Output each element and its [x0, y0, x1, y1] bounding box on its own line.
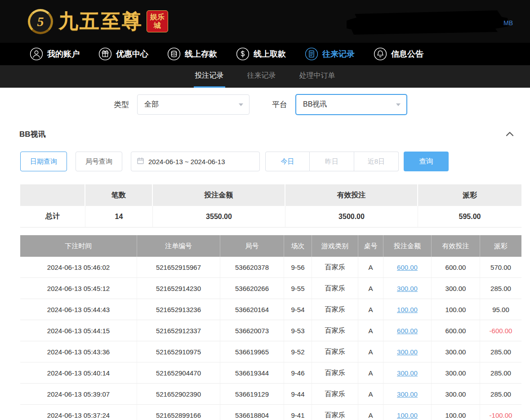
- last8days-button[interactable]: 近8日: [354, 152, 399, 171]
- payout: 285.00: [480, 341, 521, 362]
- bet-amount-link[interactable]: 300.00: [383, 362, 432, 384]
- bet-id: 521652913236: [137, 299, 220, 320]
- table-no: A: [358, 384, 383, 405]
- bet-amount-link[interactable]: 100.00: [383, 299, 432, 320]
- column-header-table-no: 桌号: [358, 235, 383, 257]
- logo[interactable]: 5 九五至尊 娱乐 城: [28, 8, 168, 35]
- payout: 95.00: [480, 299, 521, 320]
- valid-bet: 600.00: [432, 257, 480, 278]
- bet-amount-link[interactable]: 300.00: [383, 278, 432, 299]
- bet-id: 521652914230: [137, 278, 220, 299]
- round-no: 536620378: [220, 257, 284, 278]
- bet-table-body: 2024-06-13 05:46:02521652915967536620378…: [20, 257, 521, 420]
- type-filter-label: 类型: [114, 99, 129, 110]
- bet-amount-link[interactable]: 600.00: [383, 320, 432, 341]
- session: 9-46: [284, 362, 312, 384]
- bet-id: 521652912337: [137, 320, 220, 341]
- bet-id: 521652904470: [137, 362, 220, 384]
- payout: 285.00: [480, 384, 521, 405]
- top-header: 5 九五至尊 娱乐 城 MB: [0, 0, 530, 43]
- round-no: 536619965: [220, 341, 284, 362]
- round-no: 536620266: [220, 278, 284, 299]
- session: 9-54: [284, 299, 312, 320]
- nav-item-records[interactable]: 往来记录: [305, 47, 355, 61]
- query-row: 日期查询 局号查询 2024-06-13 ~ 2024-06-13 今日 昨日 …: [20, 152, 530, 171]
- bet-id: 521652915967: [137, 257, 220, 278]
- nav-item-promotions[interactable]: 优惠中心: [98, 47, 148, 61]
- transfer-records-icon: [305, 47, 318, 61]
- table-row: 2024-06-13 05:44:43521652913236536620164…: [20, 299, 521, 320]
- round-no: 536619344: [220, 362, 284, 384]
- round-query-button[interactable]: 局号查询: [76, 152, 122, 171]
- date-range-value: 2024-06-13 ~ 2024-06-13: [148, 158, 225, 165]
- calendar-icon: [137, 157, 144, 166]
- search-button[interactable]: 查询: [404, 152, 449, 171]
- platform-dropdown[interactable]: BB视讯: [296, 94, 407, 115]
- type-dropdown-value: 全部: [144, 100, 159, 109]
- round-no: 536618804: [220, 405, 284, 420]
- valid-bet: 300.00: [432, 384, 480, 405]
- tab-bet-records[interactable]: 投注记录: [194, 65, 225, 88]
- game-type: 百家乐: [312, 299, 358, 320]
- nav-item-announcements[interactable]: 信息公告: [374, 47, 423, 61]
- valid-bet: 100.00: [432, 405, 480, 420]
- valid-bet: 600.00: [432, 320, 480, 341]
- yesterday-button[interactable]: 昨日: [310, 152, 354, 171]
- session: 9-53: [284, 320, 312, 341]
- deposit-icon: [167, 47, 181, 61]
- summary-table: 笔数 投注金额 有效投注 派彩 总计 14 3550.00 3500.00 59…: [20, 184, 521, 228]
- column-header-bet-id: 注单编号: [137, 235, 220, 257]
- user-icon: [30, 47, 43, 61]
- date-range-input[interactable]: 2024-06-13 ~ 2024-06-13: [131, 152, 260, 171]
- type-dropdown[interactable]: 全部: [137, 94, 249, 115]
- game-type: 百家乐: [312, 405, 358, 420]
- bet-amount-link[interactable]: 600.00: [383, 257, 432, 278]
- summary-header-payout: 派彩: [418, 184, 521, 206]
- bet-time: 2024-06-13 05:39:07: [20, 384, 137, 405]
- bet-amount-link[interactable]: 300.00: [383, 384, 432, 405]
- date-shortcut-group: 今日 昨日 近8日: [265, 152, 399, 171]
- summary-header-bet-amount: 投注金额: [153, 184, 285, 206]
- brand-text: 九五至尊: [58, 8, 143, 35]
- brand-badge: 娱乐 城: [147, 10, 168, 32]
- platform-dropdown-value: BB视讯: [303, 100, 327, 109]
- bet-amount-link[interactable]: 100.00: [383, 405, 432, 420]
- summary-total-label: 总计: [20, 206, 85, 228]
- payout: -600.00: [480, 320, 521, 341]
- summary-total-count: 14: [85, 206, 153, 228]
- tab-processing-orders[interactable]: 处理中订单: [298, 65, 337, 88]
- bet-time: 2024-06-13 05:37:24: [20, 405, 137, 420]
- nav-item-deposit[interactable]: 线上存款: [167, 47, 217, 61]
- table-row: 2024-06-13 05:46:02521652915967536620378…: [20, 257, 521, 278]
- valid-bet: 300.00: [432, 362, 480, 384]
- session: 9-55: [284, 278, 312, 299]
- date-query-button[interactable]: 日期查询: [20, 152, 67, 171]
- content: 类型 全部 平台 BB视讯 BB视讯 日期查询 局号查询: [0, 94, 530, 420]
- bet-amount-link[interactable]: 300.00: [383, 341, 432, 362]
- payout: 285.00: [480, 278, 521, 299]
- bet-time: 2024-06-13 05:46:02: [20, 257, 137, 278]
- nav-item-label: 线上存款: [185, 49, 217, 59]
- tab-transaction-records[interactable]: 往来记录: [246, 65, 277, 88]
- nav-item-label: 往来记录: [322, 49, 355, 59]
- table-row: 2024-06-13 05:43:36521652910975536619965…: [20, 341, 521, 362]
- session: 9-41: [284, 405, 312, 420]
- nav-item-withdrawal[interactable]: 线上取款: [236, 47, 286, 61]
- summary-total-valid-bet: 3500.00: [285, 206, 418, 228]
- today-button[interactable]: 今日: [265, 152, 310, 171]
- column-header-game-type: 游戏类别: [312, 235, 358, 257]
- valid-bet: 300.00: [432, 341, 480, 362]
- bet-time: 2024-06-13 05:40:14: [20, 362, 137, 384]
- page: 5 九五至尊 娱乐 城 MB 我的账户 优: [0, 0, 530, 420]
- column-header-session: 场次: [284, 235, 312, 257]
- gift-icon: [98, 47, 112, 61]
- nav-item-my-account[interactable]: 我的账户: [30, 47, 80, 61]
- chevron-up-icon: [506, 130, 514, 138]
- table-row: 2024-06-13 05:44:15521652912337536620073…: [20, 320, 521, 341]
- table-header-row: 下注时间 注单编号 局号 场次 游戏类别 桌号 投注金额 有效投注 派彩: [20, 235, 521, 257]
- table-no: A: [358, 278, 383, 299]
- session: 9-52: [284, 341, 312, 362]
- table-no: A: [358, 405, 383, 420]
- table-no: A: [358, 362, 383, 384]
- collapse-section-button[interactable]: [506, 130, 514, 138]
